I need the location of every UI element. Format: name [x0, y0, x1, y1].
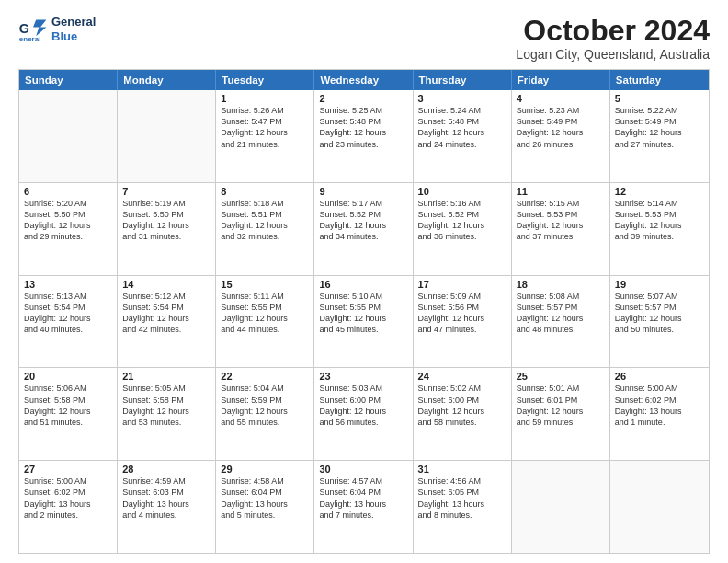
day-cell-26: 26Sunrise: 5:00 AM Sunset: 6:02 PM Dayli…: [610, 368, 709, 460]
cell-info: Sunrise: 5:15 AM Sunset: 5:53 PM Dayligh…: [517, 198, 605, 243]
cell-info: Sunrise: 4:58 AM Sunset: 6:04 PM Dayligh…: [221, 476, 309, 521]
cell-info: Sunrise: 5:18 AM Sunset: 5:51 PM Dayligh…: [221, 198, 309, 243]
cell-info: Sunrise: 5:16 AM Sunset: 5:52 PM Dayligh…: [418, 198, 506, 243]
day-header-friday: Friday: [512, 70, 610, 90]
day-cell-8: 8Sunrise: 5:18 AM Sunset: 5:51 PM Daylig…: [216, 183, 314, 275]
cell-date-number: 15: [221, 279, 309, 290]
cell-date-number: 7: [122, 186, 210, 197]
cell-date-number: 13: [24, 279, 112, 290]
day-cell-5: 5Sunrise: 5:22 AM Sunset: 5:49 PM Daylig…: [610, 90, 709, 182]
cell-info: Sunrise: 5:06 AM Sunset: 5:58 PM Dayligh…: [24, 383, 112, 428]
subtitle: Logan City, Queensland, Australia: [516, 47, 710, 62]
day-header-sunday: Sunday: [19, 70, 118, 90]
day-cell-28: 28Sunrise: 4:59 AM Sunset: 6:03 PM Dayli…: [118, 461, 216, 553]
day-cell-23: 23Sunrise: 5:03 AM Sunset: 6:00 PM Dayli…: [314, 368, 413, 460]
cell-info: Sunrise: 5:26 AM Sunset: 5:47 PM Dayligh…: [221, 105, 309, 150]
day-header-tuesday: Tuesday: [216, 70, 314, 90]
cell-info: Sunrise: 5:20 AM Sunset: 5:50 PM Dayligh…: [24, 198, 112, 243]
week-4: 20Sunrise: 5:06 AM Sunset: 5:58 PM Dayli…: [19, 367, 709, 460]
day-cell-13: 13Sunrise: 5:13 AM Sunset: 5:54 PM Dayli…: [19, 276, 118, 368]
day-header-saturday: Saturday: [610, 70, 709, 90]
day-cell-18: 18Sunrise: 5:08 AM Sunset: 5:57 PM Dayli…: [512, 276, 610, 368]
day-cell-29: 29Sunrise: 4:58 AM Sunset: 6:04 PM Dayli…: [216, 461, 314, 553]
empty-cell: [118, 90, 216, 182]
empty-cell: [610, 461, 709, 553]
cell-date-number: 2: [319, 93, 407, 104]
cell-info: Sunrise: 5:07 AM Sunset: 5:57 PM Dayligh…: [615, 291, 704, 336]
cell-info: Sunrise: 5:23 AM Sunset: 5:49 PM Dayligh…: [517, 105, 605, 150]
cell-date-number: 16: [319, 279, 407, 290]
cell-date-number: 8: [221, 186, 309, 197]
day-cell-7: 7Sunrise: 5:19 AM Sunset: 5:50 PM Daylig…: [118, 183, 216, 275]
cell-date-number: 29: [221, 464, 309, 475]
cell-info: Sunrise: 4:59 AM Sunset: 6:03 PM Dayligh…: [122, 476, 210, 521]
cell-date-number: 22: [221, 371, 309, 382]
cell-date-number: 9: [319, 186, 407, 197]
cell-info: Sunrise: 5:25 AM Sunset: 5:48 PM Dayligh…: [319, 105, 407, 150]
cell-info: Sunrise: 5:03 AM Sunset: 6:00 PM Dayligh…: [319, 383, 407, 428]
cell-date-number: 28: [122, 464, 210, 475]
cell-info: Sunrise: 4:56 AM Sunset: 6:05 PM Dayligh…: [418, 476, 506, 521]
cell-info: Sunrise: 5:00 AM Sunset: 6:02 PM Dayligh…: [24, 476, 112, 521]
cell-date-number: 30: [319, 464, 407, 475]
cell-date-number: 4: [517, 93, 605, 104]
day-cell-25: 25Sunrise: 5:01 AM Sunset: 6:01 PM Dayli…: [512, 368, 610, 460]
day-cell-24: 24Sunrise: 5:02 AM Sunset: 6:00 PM Dayli…: [414, 368, 512, 460]
day-cell-4: 4Sunrise: 5:23 AM Sunset: 5:49 PM Daylig…: [512, 90, 610, 182]
cell-date-number: 18: [517, 279, 605, 290]
month-title: October 2024: [516, 15, 710, 47]
logo: G eneral General Blue: [18, 15, 96, 43]
cell-info: Sunrise: 5:10 AM Sunset: 5:55 PM Dayligh…: [319, 291, 407, 336]
day-cell-19: 19Sunrise: 5:07 AM Sunset: 5:57 PM Dayli…: [610, 276, 709, 368]
cell-info: Sunrise: 5:19 AM Sunset: 5:50 PM Dayligh…: [122, 198, 210, 243]
day-cell-20: 20Sunrise: 5:06 AM Sunset: 5:58 PM Dayli…: [19, 368, 118, 460]
cell-info: Sunrise: 5:14 AM Sunset: 5:53 PM Dayligh…: [615, 198, 704, 243]
cell-date-number: 3: [418, 93, 506, 104]
svg-marker-2: [33, 19, 46, 36]
cell-date-number: 21: [122, 371, 210, 382]
cell-date-number: 10: [418, 186, 506, 197]
cell-date-number: 25: [517, 371, 605, 382]
day-headers: SundayMondayTuesdayWednesdayThursdayFrid…: [19, 70, 709, 90]
day-cell-15: 15Sunrise: 5:11 AM Sunset: 5:55 PM Dayli…: [216, 276, 314, 368]
cell-date-number: 6: [24, 186, 112, 197]
cell-date-number: 31: [418, 464, 506, 475]
svg-text:eneral: eneral: [19, 34, 41, 41]
svg-text:G: G: [19, 21, 29, 36]
cell-date-number: 19: [615, 279, 704, 290]
week-3: 13Sunrise: 5:13 AM Sunset: 5:54 PM Dayli…: [19, 275, 709, 368]
header: G eneral General Blue October 2024 Logan…: [18, 15, 710, 62]
cell-info: Sunrise: 5:00 AM Sunset: 6:02 PM Dayligh…: [615, 383, 704, 428]
day-cell-21: 21Sunrise: 5:05 AM Sunset: 5:58 PM Dayli…: [118, 368, 216, 460]
cell-info: Sunrise: 5:22 AM Sunset: 5:49 PM Dayligh…: [615, 105, 704, 150]
cell-date-number: 14: [122, 279, 210, 290]
cell-date-number: 20: [24, 371, 112, 382]
day-header-wednesday: Wednesday: [314, 70, 413, 90]
cell-info: Sunrise: 5:04 AM Sunset: 5:59 PM Dayligh…: [221, 383, 309, 428]
day-cell-27: 27Sunrise: 5:00 AM Sunset: 6:02 PM Dayli…: [19, 461, 118, 553]
day-cell-1: 1Sunrise: 5:26 AM Sunset: 5:47 PM Daylig…: [216, 90, 314, 182]
cell-info: Sunrise: 5:13 AM Sunset: 5:54 PM Dayligh…: [24, 291, 112, 336]
day-cell-10: 10Sunrise: 5:16 AM Sunset: 5:52 PM Dayli…: [414, 183, 512, 275]
weeks: 1Sunrise: 5:26 AM Sunset: 5:47 PM Daylig…: [19, 90, 709, 553]
cell-info: Sunrise: 5:12 AM Sunset: 5:54 PM Dayligh…: [122, 291, 210, 336]
week-1: 1Sunrise: 5:26 AM Sunset: 5:47 PM Daylig…: [19, 90, 709, 182]
day-cell-3: 3Sunrise: 5:24 AM Sunset: 5:48 PM Daylig…: [414, 90, 512, 182]
day-cell-14: 14Sunrise: 5:12 AM Sunset: 5:54 PM Dayli…: [118, 276, 216, 368]
cell-info: Sunrise: 5:08 AM Sunset: 5:57 PM Dayligh…: [517, 291, 605, 336]
cell-info: Sunrise: 5:02 AM Sunset: 6:00 PM Dayligh…: [418, 383, 506, 428]
cell-info: Sunrise: 5:01 AM Sunset: 6:01 PM Dayligh…: [517, 383, 605, 428]
cell-info: Sunrise: 4:57 AM Sunset: 6:04 PM Dayligh…: [319, 476, 407, 521]
day-cell-11: 11Sunrise: 5:15 AM Sunset: 5:53 PM Dayli…: [512, 183, 610, 275]
day-cell-9: 9Sunrise: 5:17 AM Sunset: 5:52 PM Daylig…: [314, 183, 413, 275]
title-section: October 2024 Logan City, Queensland, Aus…: [516, 15, 710, 62]
cell-info: Sunrise: 5:11 AM Sunset: 5:55 PM Dayligh…: [221, 291, 309, 336]
cell-date-number: 5: [615, 93, 704, 104]
day-cell-30: 30Sunrise: 4:57 AM Sunset: 6:04 PM Dayli…: [314, 461, 413, 553]
cell-info: Sunrise: 5:24 AM Sunset: 5:48 PM Dayligh…: [418, 105, 506, 150]
logo-icon: G eneral: [18, 17, 48, 42]
day-header-monday: Monday: [118, 70, 216, 90]
page: G eneral General Blue October 2024 Logan…: [0, 0, 728, 563]
week-5: 27Sunrise: 5:00 AM Sunset: 6:02 PM Dayli…: [19, 460, 709, 553]
cell-date-number: 17: [418, 279, 506, 290]
